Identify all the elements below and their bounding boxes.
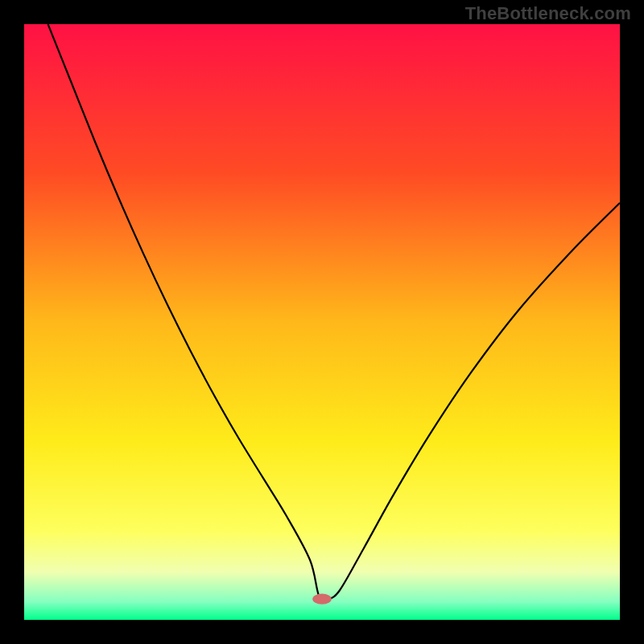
chart-background bbox=[24, 24, 620, 620]
chart-frame: TheBottleneck.com bbox=[0, 0, 644, 644]
bottleneck-chart bbox=[24, 24, 620, 620]
watermark-text: TheBottleneck.com bbox=[465, 3, 631, 24]
sweet-spot-marker bbox=[312, 593, 332, 604]
